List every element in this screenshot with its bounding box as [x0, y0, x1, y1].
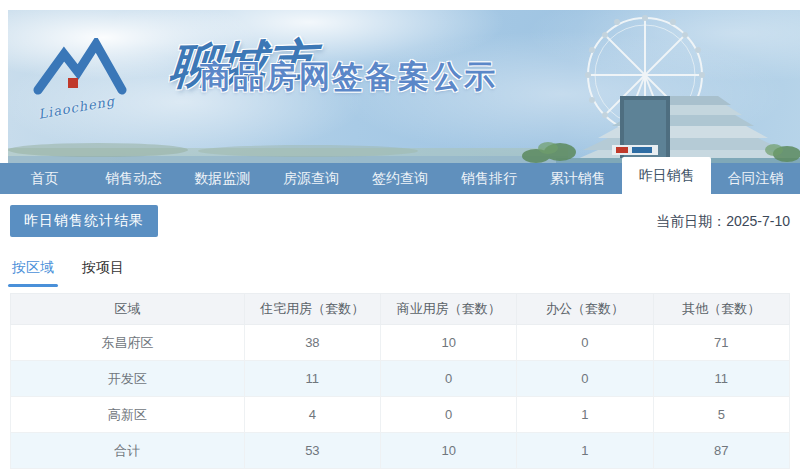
site-logo: Liaocheng: [30, 38, 180, 128]
nav-item-yesterday-sales[interactable]: 昨日销售: [622, 157, 711, 194]
col-header-region: 区域: [11, 294, 245, 325]
table-row-gaoxinqu: 高新区 4 0 1 5: [11, 397, 790, 433]
cell-value: 71: [653, 325, 789, 361]
cell-region: 高新区: [11, 397, 245, 433]
col-header-other: 其他（套数）: [653, 294, 789, 325]
section-title-badge: 昨日销售统计结果: [10, 205, 158, 237]
cell-value: 10: [381, 325, 517, 361]
cell-value: 5: [653, 397, 789, 433]
tab-by-project[interactable]: 按项目: [82, 259, 124, 287]
cell-value: 4: [244, 397, 380, 433]
cell-value: 0: [381, 361, 517, 397]
table-header-row: 区域 住宅用房（套数） 商业用房（套数） 办公（套数） 其他（套数）: [11, 294, 790, 325]
banner-photo: Liaocheng 聊城市 商品房网签备案公示: [8, 10, 800, 163]
main-nav: 首页 销售动态 数据监测 房源查询 签约查询 销售排行 累计销售 昨日销售 合同…: [0, 163, 800, 194]
tab-by-region[interactable]: 按区域: [12, 259, 54, 287]
nav-item-sales-dynamics[interactable]: 销售动态: [89, 163, 178, 194]
cell-region: 合计: [11, 433, 245, 469]
table-row-total: 合计 53 10 1 87: [11, 433, 790, 469]
cell-region: 东昌府区: [11, 325, 245, 361]
col-header-residential: 住宅用房（套数）: [244, 294, 380, 325]
cell-value: 1: [517, 433, 653, 469]
cell-value: 0: [517, 361, 653, 397]
banner-title: 商品房网签备案公示: [200, 56, 497, 98]
cell-value: 11: [244, 361, 380, 397]
current-date-label: 当前日期：: [656, 213, 726, 229]
col-header-commercial: 商业用房（套数）: [381, 294, 517, 325]
header-banner: Liaocheng 聊城市 商品房网签备案公示 首页 销售动态 数据监测 房源查…: [0, 0, 800, 194]
cell-value: 1: [517, 397, 653, 433]
cell-value: 38: [244, 325, 380, 361]
nav-item-sales-ranking[interactable]: 销售排行: [444, 163, 533, 194]
table-row-kaifaqu: 开发区 11 0 0 11: [11, 361, 790, 397]
nav-item-cumulative-sales[interactable]: 累计销售: [533, 163, 622, 194]
cell-value: 0: [517, 325, 653, 361]
cell-value: 10: [381, 433, 517, 469]
cell-value: 11: [653, 361, 789, 397]
main-content: 昨日销售统计结果 当前日期：2025-7-10 按区域 按项目 区域 住宅用房（…: [0, 194, 800, 469]
nav-item-contract-cancel[interactable]: 合同注销: [711, 163, 800, 194]
logo-mark-icon: [30, 38, 150, 98]
col-header-office: 办公（套数）: [517, 294, 653, 325]
content-header: 昨日销售统计结果 当前日期：2025-7-10: [10, 205, 790, 237]
nav-item-data-monitor[interactable]: 数据监测: [178, 163, 267, 194]
nav-item-contract-query[interactable]: 签约查询: [356, 163, 445, 194]
cell-value: 0: [381, 397, 517, 433]
cell-value: 87: [653, 433, 789, 469]
sales-stats-table: 区域 住宅用房（套数） 商业用房（套数） 办公（套数） 其他（套数） 东昌府区 …: [10, 293, 790, 469]
nav-item-listing-query[interactable]: 房源查询: [267, 163, 356, 194]
current-date-value: 2025-7-10: [726, 213, 790, 229]
nav-item-home[interactable]: 首页: [0, 163, 89, 194]
table-row-dongchangfu: 东昌府区 38 10 0 71: [11, 325, 790, 361]
cell-value: 53: [244, 433, 380, 469]
view-tabs: 按区域 按项目: [10, 259, 790, 287]
cell-region: 开发区: [11, 361, 245, 397]
current-date: 当前日期：2025-7-10: [656, 205, 790, 231]
